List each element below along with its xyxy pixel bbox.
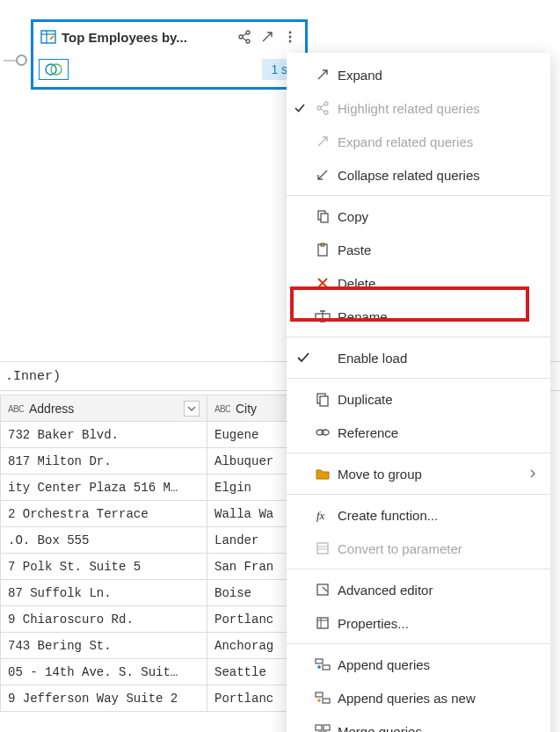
- share-icon[interactable]: [235, 27, 254, 47]
- more-options-icon[interactable]: [280, 27, 300, 47]
- menu-create-function[interactable]: fx Create function...: [287, 498, 550, 532]
- cell-address[interactable]: 9 Jefferson Way Suite 2: [1, 685, 207, 712]
- menu-separator: [287, 494, 550, 495]
- menu-label: Create function...: [338, 508, 438, 523]
- svg-rect-45: [323, 699, 330, 703]
- menu-expand-related[interactable]: Expand related queries: [287, 125, 550, 158]
- menu-label: Expand: [338, 68, 382, 83]
- menu-separator: [287, 569, 550, 569]
- svg-point-16: [289, 40, 292, 43]
- cell-address[interactable]: ity Center Plaza 516 M…: [1, 475, 207, 501]
- menu-label: Delete: [338, 276, 375, 291]
- table-row[interactable]: 87 Suffolk Ln.Boise: [1, 580, 304, 606]
- menu-copy[interactable]: Copy: [287, 199, 550, 233]
- properties-icon: [313, 613, 332, 633]
- expand-icon[interactable]: [258, 27, 277, 47]
- function-icon: fx: [313, 505, 332, 525]
- svg-rect-27: [321, 243, 324, 246]
- menu-label: Expand related queries: [338, 134, 473, 149]
- collapse-in-icon: [313, 165, 332, 185]
- menu-merge-queries[interactable]: Merge queries: [287, 714, 550, 732]
- menu-label: Rename: [338, 309, 388, 324]
- menu-delete[interactable]: Delete: [287, 266, 550, 300]
- cell-address[interactable]: 9 Chiaroscuro Rd.: [1, 606, 207, 633]
- cell-address[interactable]: 732 Baker Blvd.: [1, 422, 207, 448]
- menu-move-to-group[interactable]: Move to group: [287, 457, 550, 490]
- cell-address[interactable]: 87 Suffolk Ln.: [1, 580, 207, 606]
- rename-icon: [313, 307, 332, 326]
- query-node[interactable]: Top Employees by... 1 st: [31, 19, 308, 90]
- chevron-right-icon: [527, 468, 538, 479]
- svg-rect-47: [324, 725, 330, 730]
- delete-icon: [313, 273, 332, 293]
- table-row[interactable]: 05 - 14th Ave. S. Suit…Seattle: [1, 659, 304, 685]
- merge-icon: [313, 721, 332, 732]
- menu-separator: [287, 337, 550, 337]
- menu-advanced-editor[interactable]: Advanced editor: [287, 573, 550, 606]
- menu-expand[interactable]: Expand: [287, 58, 550, 91]
- svg-rect-44: [316, 692, 323, 697]
- menu-append-queries-as-new[interactable]: Append queries as new: [287, 681, 550, 714]
- menu-separator: [287, 378, 550, 379]
- menu-paste[interactable]: Paste: [287, 233, 550, 266]
- menu-separator: [287, 643, 550, 644]
- menu-label: Convert to parameter: [338, 541, 462, 556]
- svg-point-14: [289, 32, 292, 34]
- table-row[interactable]: 7 Polk St. Suite 5San Fran: [1, 554, 304, 580]
- query-node-header[interactable]: Top Employees by...: [33, 22, 305, 52]
- svg-line-23: [321, 109, 325, 112]
- svg-line-12: [243, 33, 247, 36]
- menu-convert-to-parameter[interactable]: Convert to parameter: [287, 532, 550, 565]
- append-new-icon: [313, 688, 332, 707]
- cell-address[interactable]: 7 Polk St. Suite 5: [1, 554, 207, 580]
- menu-duplicate[interactable]: Duplicate: [287, 382, 550, 416]
- cell-address[interactable]: 743 Bering St.: [1, 633, 207, 659]
- menu-separator: [287, 453, 550, 453]
- svg-text:fx: fx: [316, 509, 325, 522]
- merge-step-icon[interactable]: [39, 59, 69, 80]
- svg-rect-46: [316, 725, 322, 730]
- menu-highlight-related[interactable]: Highlight related queries: [287, 91, 550, 125]
- cell-address[interactable]: .O. Box 555: [1, 527, 207, 554]
- menu-label: Duplicate: [338, 392, 393, 407]
- context-menu: Expand Highlight related queries Expand …: [287, 53, 550, 732]
- menu-collapse-related[interactable]: Collapse related queries: [287, 158, 550, 192]
- menu-label: Paste: [338, 243, 371, 257]
- column-header-address[interactable]: ABC Address: [1, 395, 207, 422]
- cell-address[interactable]: 05 - 14th Ave. S. Suit…: [1, 659, 207, 685]
- table-row[interactable]: 732 Baker Blvd.Eugene: [1, 422, 304, 448]
- menu-properties[interactable]: Properties...: [287, 606, 550, 640]
- table-row[interactable]: 817 Milton Dr.Albuquer: [1, 448, 304, 475]
- filter-dropdown-button[interactable]: [184, 401, 200, 417]
- menu-enable-load[interactable]: Enable load: [287, 341, 550, 374]
- grid-body: 732 Baker Blvd.Eugene 817 Milton Dr.Albu…: [1, 422, 304, 712]
- svg-text:C: C: [18, 404, 24, 414]
- check-icon: [294, 348, 313, 367]
- table-row[interactable]: 2 Orchestra TerraceWalla Wa: [1, 501, 304, 527]
- menu-reference[interactable]: Reference: [287, 416, 550, 449]
- menu-label: Collapse related queries: [338, 168, 480, 183]
- menu-append-queries[interactable]: Append queries: [287, 648, 550, 681]
- query-node-title: Top Employees by...: [62, 30, 231, 45]
- svg-rect-38: [317, 584, 328, 595]
- menu-label: Highlight related queries: [338, 101, 480, 116]
- cell-address[interactable]: 817 Milton Dr.: [1, 448, 207, 475]
- svg-point-33: [322, 430, 329, 435]
- svg-line-22: [321, 105, 325, 107]
- node-connector-line: [4, 60, 17, 62]
- svg-text:C: C: [225, 404, 230, 414]
- table-row[interactable]: 9 Chiaroscuro Rd.Portlanc: [1, 606, 304, 633]
- svg-rect-31: [320, 396, 328, 406]
- table-row[interactable]: ity Center Plaza 516 M…Elgin: [1, 475, 304, 501]
- node-connector-port[interactable]: [16, 54, 27, 66]
- table-row[interactable]: 743 Bering St.Anchorag: [1, 633, 304, 659]
- table-row[interactable]: 9 Jefferson Way Suite 2Portlanc: [1, 685, 304, 712]
- expand-out-icon: [313, 132, 332, 151]
- menu-label: Append queries: [338, 657, 430, 672]
- cell-address[interactable]: 2 Orchestra Terrace: [1, 501, 207, 527]
- menu-label: Copy: [338, 209, 368, 224]
- menu-label: Move to group: [338, 467, 422, 482]
- svg-point-15: [289, 36, 292, 39]
- menu-rename[interactable]: Rename: [287, 300, 550, 333]
- table-row[interactable]: .O. Box 555Lander: [1, 527, 304, 554]
